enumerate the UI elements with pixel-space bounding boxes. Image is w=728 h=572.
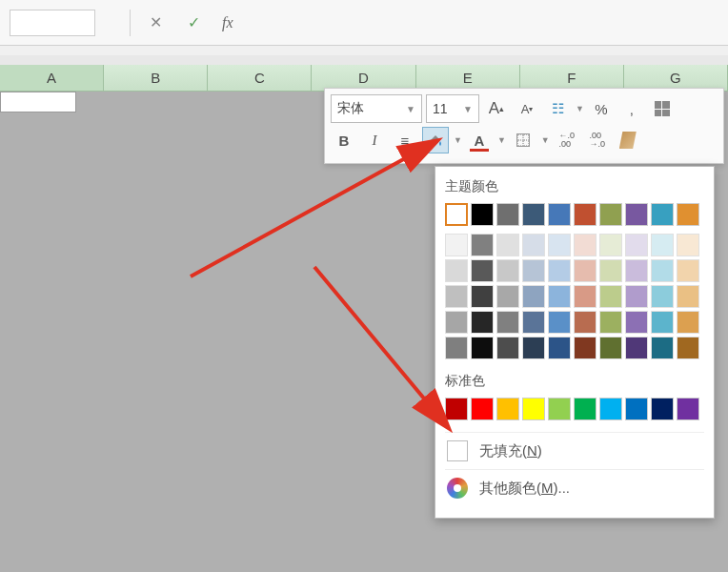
color-swatch[interactable] — [522, 311, 545, 334]
color-swatch[interactable] — [471, 259, 494, 282]
comma-button[interactable]: , — [618, 95, 645, 122]
color-swatch[interactable] — [445, 337, 468, 359]
color-swatch[interactable] — [651, 311, 674, 334]
color-swatch[interactable] — [574, 259, 597, 282]
fill-color-button[interactable] — [422, 127, 449, 153]
color-swatch[interactable] — [574, 203, 597, 226]
color-swatch[interactable] — [677, 259, 699, 282]
color-swatch[interactable] — [625, 311, 648, 334]
more-colors-item[interactable]: 其他颜色(M)... — [445, 469, 704, 506]
color-swatch[interactable] — [522, 234, 545, 256]
color-swatch[interactable] — [548, 398, 571, 420]
color-swatch[interactable] — [625, 398, 648, 420]
color-swatch[interactable] — [677, 234, 699, 256]
color-swatch[interactable] — [471, 311, 494, 334]
increase-decimal-button[interactable]: ←.0.00 — [554, 127, 580, 153]
confirm-icon[interactable]: ✓ — [182, 11, 205, 34]
decrease-decimal-button[interactable]: .00→.0 — [584, 127, 611, 153]
color-swatch[interactable] — [651, 259, 674, 282]
color-swatch[interactable] — [677, 203, 699, 226]
color-swatch[interactable] — [574, 285, 597, 308]
font-color-button[interactable]: A — [466, 127, 493, 153]
color-swatch[interactable] — [496, 259, 519, 282]
color-swatch[interactable] — [651, 234, 674, 256]
color-swatch[interactable] — [574, 311, 597, 334]
color-swatch[interactable] — [599, 203, 622, 226]
color-swatch[interactable] — [625, 259, 648, 282]
color-swatch[interactable] — [471, 337, 494, 359]
color-swatch[interactable] — [445, 285, 468, 308]
color-swatch[interactable] — [651, 337, 674, 359]
color-swatch[interactable] — [445, 259, 468, 282]
color-swatch[interactable] — [522, 203, 545, 226]
color-swatch[interactable] — [496, 234, 519, 256]
color-swatch[interactable] — [471, 234, 494, 256]
bold-button[interactable]: B — [331, 127, 357, 153]
col-header-d[interactable]: D — [312, 65, 415, 91]
color-swatch[interactable] — [496, 285, 519, 308]
fx-icon[interactable]: fx — [222, 14, 233, 31]
col-header-c[interactable]: C — [208, 65, 312, 91]
color-swatch[interactable] — [677, 285, 699, 308]
color-swatch[interactable] — [496, 311, 519, 334]
color-swatch[interactable] — [548, 337, 571, 359]
color-swatch[interactable] — [599, 234, 622, 256]
color-swatch[interactable] — [599, 337, 622, 359]
format-painter-button[interactable] — [615, 127, 641, 153]
color-swatch[interactable] — [651, 285, 674, 308]
color-swatch[interactable] — [574, 398, 597, 420]
col-header-g[interactable]: G — [624, 65, 728, 91]
color-swatch[interactable] — [496, 337, 519, 359]
color-swatch[interactable] — [548, 234, 571, 256]
col-header-b[interactable]: B — [104, 65, 208, 91]
percent-button[interactable]: % — [588, 95, 615, 122]
color-swatch[interactable] — [445, 234, 468, 256]
col-header-a[interactable]: A — [0, 65, 104, 91]
col-header-e[interactable]: E — [416, 65, 520, 91]
color-swatch[interactable] — [677, 311, 699, 334]
chevron-down-icon[interactable]: ▼ — [497, 135, 506, 145]
accounting-format-button[interactable]: ☷ — [544, 95, 571, 122]
color-swatch[interactable] — [599, 311, 622, 334]
color-swatch[interactable] — [625, 337, 648, 359]
color-swatch[interactable] — [496, 203, 519, 226]
color-swatch[interactable] — [574, 234, 597, 256]
color-swatch[interactable] — [522, 259, 545, 282]
increase-font-button[interactable]: A▴ — [483, 95, 510, 122]
name-box[interactable] — [10, 10, 95, 36]
color-swatch[interactable] — [625, 203, 648, 226]
color-swatch[interactable] — [445, 311, 468, 334]
col-header-f[interactable]: F — [520, 65, 624, 91]
cell-a1[interactable] — [0, 92, 76, 112]
font-size-combo[interactable]: 11 ▼ — [426, 94, 479, 123]
color-swatch[interactable] — [599, 398, 622, 420]
color-swatch[interactable] — [574, 337, 597, 359]
no-fill-item[interactable]: 无填充(N) — [445, 432, 704, 469]
color-swatch[interactable] — [471, 398, 494, 420]
color-swatch[interactable] — [548, 285, 571, 308]
color-swatch[interactable] — [651, 203, 674, 226]
color-swatch[interactable] — [548, 259, 571, 282]
color-swatch[interactable] — [625, 285, 648, 308]
chevron-down-icon[interactable]: ▼ — [454, 135, 462, 145]
color-swatch[interactable] — [445, 203, 468, 226]
color-swatch[interactable] — [522, 398, 545, 420]
color-swatch[interactable] — [677, 398, 699, 420]
font-name-combo[interactable]: 宋体 ▼ — [331, 94, 422, 123]
color-swatch[interactable] — [522, 285, 545, 308]
borders-button[interactable] — [510, 127, 536, 153]
color-swatch[interactable] — [599, 259, 622, 282]
chevron-down-icon[interactable]: ▼ — [541, 135, 550, 145]
color-swatch[interactable] — [599, 285, 622, 308]
color-swatch[interactable] — [496, 398, 519, 420]
cancel-icon[interactable]: ✕ — [144, 11, 167, 34]
color-swatch[interactable] — [677, 337, 699, 359]
decrease-font-button[interactable]: A▾ — [514, 95, 540, 122]
color-swatch[interactable] — [471, 203, 494, 226]
chevron-down-icon[interactable]: ▼ — [576, 104, 584, 113]
color-swatch[interactable] — [625, 234, 648, 256]
align-button[interactable]: ≡ — [392, 127, 418, 153]
color-swatch[interactable] — [522, 337, 545, 359]
color-swatch[interactable] — [548, 311, 571, 334]
merge-cells-button[interactable] — [649, 95, 676, 122]
